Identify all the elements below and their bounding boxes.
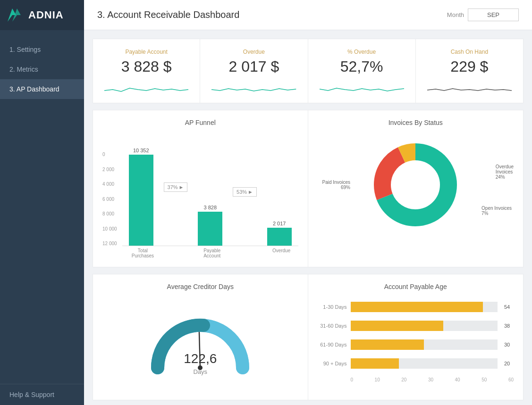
h-bar-fill-1-30 bbox=[351, 302, 483, 312]
sidebar-item-ap-dashboard[interactable]: 3. AP Dashboard bbox=[0, 79, 84, 99]
month-selector: Month SEP bbox=[447, 8, 519, 21]
y-axis: 12 000 10 000 8 000 6 000 4 000 2 000 0 bbox=[102, 152, 122, 246]
sidebar-item-metrics[interactable]: 2. Metrics bbox=[0, 59, 84, 79]
h-bar-label-90plus: 90 + Days bbox=[318, 361, 347, 366]
kpi-payable-sparkline bbox=[104, 81, 188, 95]
h-bar-val-1-30: 54 bbox=[504, 304, 514, 310]
h-bar-fill-31-60 bbox=[351, 321, 443, 331]
bar-overdue-fill bbox=[267, 228, 292, 246]
funnel-arrow-2: 53% ► bbox=[233, 187, 257, 197]
kpi-overdue-sparkline bbox=[211, 81, 296, 95]
overdue-invoices-label: Overdue Invoices 24% bbox=[496, 164, 514, 180]
kpi-pct-overdue-value: 52,7% bbox=[340, 58, 383, 75]
bar-total-fill bbox=[129, 155, 153, 246]
paid-invoices-label: Paid Invoices 69% bbox=[322, 180, 350, 190]
h-bar-fill-90plus bbox=[351, 358, 399, 369]
h-bar-fill-61-90 bbox=[351, 339, 424, 350]
gauge-value-group: 122,6 Days bbox=[184, 361, 217, 375]
charts-row: AP Funnel 12 000 10 000 8 000 6 000 4 00… bbox=[93, 110, 524, 267]
h-bar-track-31-60 bbox=[351, 321, 498, 331]
h-axis: 0 10 20 30 40 50 60 bbox=[318, 377, 514, 382]
donut-container: Paid Invoices 69% Overdue Invoices 24% O… bbox=[318, 133, 514, 237]
sidebar-navigation: 1. Settings 2. Metrics 3. AP Dashboard bbox=[0, 40, 84, 384]
page-header: 3. Account Receivable Dashboard Month SE… bbox=[84, 0, 532, 30]
h-bar-val-90plus: 20 bbox=[504, 361, 514, 366]
gauge-unit: Days bbox=[184, 368, 217, 375]
sidebar-logo: ADNIA bbox=[0, 0, 84, 30]
bar-payable-fill bbox=[198, 212, 222, 246]
h-bar-chart: 1-30 Days 54 31-60 Days 38 61-90 Days bbox=[318, 297, 514, 387]
avg-creditor-days-card: Average Creditor Days 122,6 Days bbox=[93, 274, 308, 400]
ap-funnel-card: AP Funnel 12 000 10 000 8 000 6 000 4 00… bbox=[93, 110, 308, 267]
donut-svg bbox=[368, 138, 463, 232]
bottom-row: Average Creditor Days 122,6 Days bbox=[93, 274, 524, 400]
h-bar-label-1-30: 1-30 Days bbox=[318, 304, 347, 310]
h-bar-row-61-90: 61-90 Days 30 bbox=[318, 339, 514, 350]
sidebar-item-settings[interactable]: 1. Settings bbox=[0, 40, 84, 59]
open-invoices-label: Open Invoices 7% bbox=[481, 206, 512, 216]
kpi-overdue-label: Overdue bbox=[243, 49, 265, 55]
gauge-value: 122,6 bbox=[184, 351, 217, 366]
kpi-payable-account: Payable Account 3 828 $ bbox=[93, 39, 200, 103]
adnia-logo-icon bbox=[8, 8, 25, 22]
gauge-container: 122,6 Days bbox=[102, 297, 298, 391]
h-bar-track-90plus bbox=[351, 358, 498, 369]
bar-overdue: 2 017 bbox=[261, 221, 298, 246]
kpi-row: Payable Account 3 828 $ Overdue 2 017 $ … bbox=[93, 39, 524, 103]
invoices-status-title: Invoices By Status bbox=[318, 119, 514, 126]
h-bar-val-31-60: 38 bbox=[504, 323, 514, 329]
h-bar-row-90plus: 90 + Days 20 bbox=[318, 358, 514, 369]
kpi-pct-overdue-label: % Overdue bbox=[347, 49, 376, 55]
kpi-cash-label: Cash On Hand bbox=[451, 49, 488, 55]
kpi-cash-value: 229 $ bbox=[450, 58, 488, 75]
sidebar: ADNIA 1. Settings 2. Metrics 3. AP Dashb… bbox=[0, 0, 84, 405]
sidebar-help-support[interactable]: Help & Support bbox=[0, 384, 84, 405]
h-bar-label-31-60: 31-60 Days bbox=[318, 323, 347, 329]
h-bar-label-61-90: 61-90 Days bbox=[318, 342, 347, 347]
h-bar-track-61-90 bbox=[351, 339, 498, 350]
h-bar-track-1-30 bbox=[351, 302, 498, 312]
kpi-overdue-value: 2 017 $ bbox=[228, 58, 279, 75]
account-payable-age-card: Account Payable Age 1-30 Days 54 31-60 D… bbox=[308, 274, 524, 400]
bar-total-purchases: 10 352 bbox=[122, 148, 160, 246]
kpi-cash-sparkline bbox=[427, 81, 512, 95]
kpi-pct-sparkline bbox=[320, 81, 404, 95]
avg-creditor-title: Average Creditor Days bbox=[102, 283, 298, 290]
h-bar-row-31-60: 31-60 Days 38 bbox=[318, 321, 514, 331]
logo-text: ADNIA bbox=[28, 9, 64, 21]
svg-point-5 bbox=[392, 161, 439, 208]
kpi-pct-overdue: % Overdue 52,7% bbox=[308, 39, 416, 103]
kpi-payable-value: 3 828 $ bbox=[121, 58, 172, 75]
funnel-arrow-1: 37% ► bbox=[164, 182, 188, 192]
kpi-payable-label: Payable Account bbox=[125, 49, 167, 55]
page-title: 3. Account Receivable Dashboard bbox=[97, 9, 239, 20]
funnel-x-labels: Total Purchases Payable Account Overdue bbox=[102, 248, 298, 258]
month-label: Month bbox=[447, 11, 464, 18]
ap-funnel-title: AP Funnel bbox=[102, 119, 298, 126]
payable-age-title: Account Payable Age bbox=[318, 283, 514, 290]
kpi-cash-on-hand: Cash On Hand 229 $ bbox=[416, 39, 524, 103]
main-content: 3. Account Receivable Dashboard Month SE… bbox=[84, 0, 532, 405]
h-bar-val-61-90: 30 bbox=[504, 342, 514, 347]
kpi-overdue: Overdue 2 017 $ bbox=[200, 39, 308, 103]
month-value[interactable]: SEP bbox=[468, 8, 519, 21]
h-bar-row-1-30: 1-30 Days 54 bbox=[318, 302, 514, 312]
bar-payable-account: 3 828 bbox=[191, 205, 229, 246]
invoices-by-status-card: Invoices By Status Paid Invoices 69% bbox=[308, 110, 524, 267]
